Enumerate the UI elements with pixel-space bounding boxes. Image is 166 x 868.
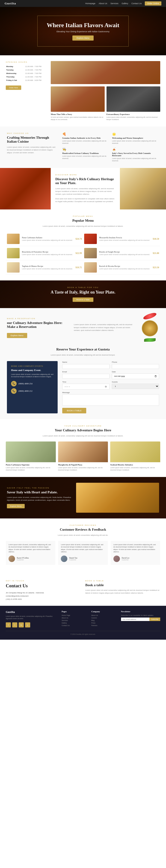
- menu-item-image-2: [84, 234, 97, 244]
- menu-item-name-3: Bruschetta di Pomodoro Recipe: [22, 251, 73, 253]
- contact-address: Jln Cempaka Wangi No 22 Jakarta - Indone…: [6, 591, 81, 594]
- discover-desc1: Lorem ipsum dolor sit amet, consectetur …: [55, 187, 115, 196]
- gallery-label: YOUR CULINARY ADVENTURE: [6, 425, 160, 427]
- footer-pages-title: Pages: [61, 610, 88, 613]
- nav-gallery[interactable]: Gallery: [121, 2, 128, 5]
- contact-section: GET IN TOUCH Contact Us Jln Cempaka Wang…: [0, 575, 166, 606]
- image-cards: Menu That Tells a Story Ut enim ad minim…: [51, 86, 160, 121]
- reviews-header: CUSTOMER REVIEWS Customer Reviews & Feed…: [6, 524, 160, 537]
- reviewer-3: David Lee Customer: [113, 556, 158, 562]
- nav-cta-button[interactable]: Order Online: [145, 1, 161, 5]
- menu-item-image-1: [7, 234, 20, 244]
- youtube-icon[interactable]: y: [25, 622, 30, 627]
- footer-copyright: © 2024 GustIta. All rights reserved.: [6, 631, 160, 635]
- facebook-icon[interactable]: f: [6, 622, 11, 627]
- guest-select[interactable]: 12345+: [112, 384, 159, 389]
- pasta-icon: 🍝: [112, 148, 159, 151]
- reviews-title: Customer Reviews & Feedback: [6, 528, 160, 532]
- gallery-card-1: Pasta Carbonara Supremo Lorem ipsum dolo…: [6, 441, 56, 471]
- pizza-icon: 🍕: [62, 132, 109, 136]
- footer-page-1[interactable]: Home Page: [61, 615, 88, 616]
- nav-services[interactable]: Services: [110, 2, 118, 5]
- avatar-1: [8, 556, 15, 562]
- menu-label: POPULAR MENU: [6, 215, 160, 217]
- menu-section: POPULAR MENU Popular Menu Lorem ipsum do…: [0, 210, 166, 280]
- table-row: Wednesday11:00 AM - 7:00 PM: [6, 72, 42, 75]
- footer-company-4[interactable]: Press: [91, 622, 117, 624]
- contact-right: BOOK A TABLE Book a table Lorem ipsum do…: [85, 580, 160, 601]
- footer-newsletter: Newsletter Subscribe to our newsletter f…: [121, 610, 160, 627]
- social-icons: f t in y: [6, 622, 58, 627]
- footer-page-5[interactable]: Contact Us: [61, 625, 88, 626]
- card-food-image-2: [107, 86, 161, 112]
- phone-input[interactable]: [112, 364, 159, 369]
- email-input[interactable]: [62, 374, 110, 379]
- reservation-form: Name Phone Email Date: [62, 361, 159, 413]
- menu-item-info-4: Risotto al Funghi Recipe Lorem ipsum dol…: [99, 251, 150, 255]
- message-textarea[interactable]: [62, 394, 159, 406]
- phone-icon-1: 📞: [11, 381, 17, 386]
- footer-company-5[interactable]: Partners: [91, 625, 117, 626]
- menu-item-desc-3: Lorem ipsum dolor sit amet consectetur a…: [22, 253, 73, 255]
- footer-page-2[interactable]: About Us: [61, 617, 88, 619]
- why-item-1: 🍕 Genuine Italian Authentic to its Every…: [62, 132, 109, 145]
- newsletter-submit-button[interactable]: Subscribe: [149, 618, 160, 621]
- contact-grid: GET IN TOUCH Contact Us Jln Cempaka Wang…: [6, 580, 160, 601]
- why-title: Crafting Memories Through Italian Cuisin…: [7, 136, 58, 144]
- linkedin-icon[interactable]: in: [19, 622, 24, 627]
- reservation-intro-right: Lorem ipsum dolor sit amet, consectetur …: [74, 323, 136, 332]
- footer: GustIta Lorem ipsum dolor sit amet, cons…: [0, 606, 166, 640]
- pizza-decor: [142, 320, 158, 336]
- menu-item-image-3: [7, 248, 20, 258]
- footer-company: Company About Us Careers Blog Press Part…: [91, 610, 117, 627]
- twitter-icon[interactable]: t: [12, 622, 17, 627]
- footer-page-4[interactable]: Gallery: [61, 622, 88, 624]
- time-input[interactable]: [62, 384, 110, 390]
- order-now-button[interactable]: Order Now: [6, 86, 21, 90]
- time-field: Time: [62, 381, 110, 390]
- menu-item-2: Mozzarella Insalata Frescia Lorem ipsum …: [83, 232, 160, 246]
- discover-section: DISCOVER MORE Discover Italy's Rich Culi…: [0, 168, 166, 210]
- footer-page-3[interactable]: Services: [61, 620, 88, 621]
- footer-company-1[interactable]: About Us: [91, 615, 117, 616]
- promo-content: BOOK A TABLE FOR YOU A Taste of Italy, R…: [51, 286, 115, 302]
- why-left: WHY CHOOSE US Crafting Memories Through …: [7, 132, 58, 154]
- gallery-header: YOUR CULINARY ADVENTURE Your Culinary Ad…: [6, 425, 160, 437]
- footer-grid: GustIta Lorem ipsum dolor sit amet, cons…: [6, 610, 160, 627]
- nav-about[interactable]: About Us: [99, 2, 107, 5]
- card-title-2: Extraordinary Experience: [107, 113, 161, 116]
- date-input[interactable]: [112, 373, 159, 379]
- hero-cta-button[interactable]: Explore Menu: [73, 35, 93, 40]
- hours-right: Menu That Tells a Story Ut enim ad minim…: [47, 61, 160, 121]
- why-right: 🍕 Genuine Italian Authentic to its Every…: [62, 132, 159, 162]
- nav-homepage[interactable]: Homepage: [85, 2, 95, 5]
- footer-company-3[interactable]: Blog: [91, 620, 117, 621]
- avatar-2: [61, 556, 67, 562]
- submit-button[interactable]: BOOK A TABLE: [62, 408, 86, 413]
- nav-contact[interactable]: Contact Us: [132, 2, 142, 5]
- menu-item-desc-6: Lorem ipsum dolor sit amet consectetur a…: [99, 268, 150, 270]
- form-row-1: Name Phone: [62, 361, 159, 369]
- menu-item-desc-5: Lorem ipsum dolor sit amet consectetur a…: [22, 268, 73, 270]
- promo-cta-button[interactable]: Reserve a Table: [73, 298, 93, 302]
- newsletter-input[interactable]: [121, 618, 149, 621]
- name-input[interactable]: [62, 364, 110, 369]
- discover-left-image: [0, 168, 51, 210]
- footer-company-2[interactable]: Careers: [91, 617, 117, 619]
- why-item-desc-4: Lorem ipsum dolor sit amet, consectetur …: [112, 157, 159, 162]
- menu-item-image-5: [7, 262, 20, 273]
- name-field: Name: [62, 361, 110, 369]
- savour-title: Savor Italy with Heart and Palate.: [7, 490, 72, 494]
- reviewer-role-3: Customer: [122, 559, 130, 561]
- savour-cta-button[interactable]: Explore Menu: [7, 504, 25, 508]
- phone-number-1: (0800) 4000-254: [19, 382, 32, 385]
- explore-menu-button[interactable]: Explore Menu: [7, 333, 27, 338]
- why-item-desc-1: Lorem ipsum dolor sit amet, consectetur …: [62, 140, 109, 145]
- image-card-1: Menu That Tells a Story Ut enim ad minim…: [51, 86, 105, 121]
- reservation-title: our Culinary Adventure Begins Here: Make…: [7, 321, 69, 329]
- menu-item-price-2: $18.50: [153, 238, 159, 240]
- menu-item-info-3: Bruschetta di Pomodoro Recipe Lorem ipsu…: [22, 251, 73, 255]
- menu-item-info-6: Ravioli di Ricotta Recipe Lorem ipsum do…: [99, 265, 150, 270]
- review-text-2: Lorem ipsum dolor sit amet, consectetur …: [61, 544, 105, 553]
- savour-label: SAVOR ITALY FEEL THE PASSION: [7, 487, 72, 489]
